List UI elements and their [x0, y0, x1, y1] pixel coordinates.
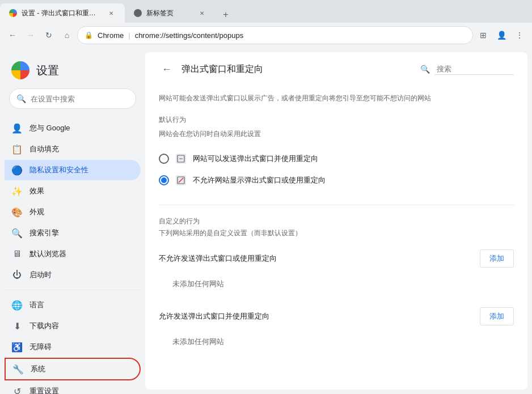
- tab-newtab[interactable]: 新标签页 ✕: [125, 3, 216, 23]
- panel-search-input[interactable]: [434, 63, 514, 75]
- sidebar-item-search[interactable]: 🔍 搜索引擎: [5, 223, 141, 243]
- sidebar-item-autofill[interactable]: 📋 自动填充: [5, 139, 141, 159]
- sidebar-label-google: 您与 Google: [29, 123, 70, 133]
- radio-allow-outer: [159, 154, 169, 164]
- sidebar-label-appearance: 外观: [29, 207, 44, 217]
- shield-icon: 🔵: [11, 164, 23, 176]
- wrench-icon: 🔧: [12, 363, 24, 375]
- sidebar-label-privacy: 隐私设置和安全性: [29, 165, 88, 175]
- allowed-empty: 未添加任何网站: [159, 332, 514, 351]
- radio-group: 网站可以发送弹出式窗口并使用重定向 不允许网站: [159, 148, 514, 191]
- sidebar-item-privacy[interactable]: 🔵 隐私设置和安全性: [5, 160, 141, 180]
- radio-block-outer: [159, 175, 169, 185]
- menu-button[interactable]: ⋮: [512, 27, 527, 43]
- settings-header: 设置: [5, 57, 141, 84]
- default-behavior-sublabel: 网站会在您访问时自动采用此设置: [159, 129, 514, 139]
- blocked-title: 不允许发送弹出式窗口或使用重定向: [159, 253, 277, 264]
- radio-block[interactable]: 不允许网站显示弹出式窗口或使用重定向: [159, 170, 514, 191]
- language-icon: 🌐: [11, 299, 23, 311]
- person-icon: 👤: [11, 122, 23, 134]
- home-button[interactable]: ⌂: [59, 27, 75, 43]
- search-icon: 🔍: [16, 94, 26, 103]
- sidebar: 设置 🔍 👤 您与 Google 📋 自动填充 🔵 隐私设置和安全性 ✨: [0, 48, 145, 394]
- accessibility-icon: ♿: [11, 341, 23, 353]
- chrome-logo: [11, 61, 29, 79]
- address-brand: Chrome: [98, 31, 124, 40]
- panel-title: 弹出式窗口和重定向: [181, 63, 413, 75]
- browser-frame: 设置 - 弹出式窗口和重定向 ✕ 新标签页 ✕ + ← → ↻ ⌂ 🔒 Chro…: [0, 0, 532, 394]
- sidebar-item-startup[interactable]: ⏻ 启动时: [5, 265, 141, 285]
- sidebar-item-downloads[interactable]: ⬇ 下载内容: [5, 316, 141, 336]
- sidebar-item-accessibility[interactable]: ♿ 无障碍: [5, 337, 141, 357]
- blocked-header: 不允许发送弹出式窗口或使用重定向 添加: [159, 249, 514, 268]
- tab-settings[interactable]: 设置 - 弹出式窗口和重定向 ✕: [0, 3, 125, 23]
- panel-content: 网站可能会发送弹出式窗口以展示广告，或者使用重定向将您引导至您可能不想访问的网站…: [145, 86, 527, 379]
- custom-behavior-section: 自定义的行为 下列网站采用的是自定义设置（而非默认设置） 不允许发送弹出式窗口或…: [159, 217, 514, 351]
- sidebar-item-effects[interactable]: ✨ 效果: [5, 181, 141, 201]
- allowed-section: 允许发送弹出式窗口并使用重定向 添加 未添加任何网站: [159, 307, 514, 351]
- sidebar-item-system[interactable]: 🔧 系统: [5, 358, 141, 380]
- tab-bar: 设置 - 弹出式窗口和重定向 ✕ 新标签页 ✕ +: [0, 0, 532, 23]
- tab-settings-title: 设置 - 弹出式窗口和重定向: [22, 9, 102, 18]
- radio-allow[interactable]: 网站可以发送弹出式窗口并使用重定向: [159, 148, 514, 170]
- sidebar-item-google[interactable]: 👤 您与 Google: [5, 118, 141, 138]
- settings-favicon: [9, 9, 17, 17]
- sidebar-label-startup: 启动时: [29, 270, 52, 280]
- sidebar-search-input[interactable]: [31, 95, 129, 103]
- popup-allow-icon: [176, 154, 186, 164]
- sidebar-label-search: 搜索引擎: [29, 228, 59, 238]
- address-separator: |: [128, 31, 130, 40]
- back-button[interactable]: ←: [5, 27, 20, 43]
- allowed-add-button[interactable]: 添加: [480, 307, 514, 325]
- allowed-header: 允许发送弹出式窗口并使用重定向 添加: [159, 307, 514, 325]
- custom-behavior-title: 自定义的行为: [159, 217, 514, 226]
- panel-back-button[interactable]: ←: [159, 61, 175, 77]
- sidebar-label-system: 系统: [31, 364, 45, 374]
- settings-title: 设置: [36, 63, 59, 78]
- search-engine-icon: 🔍: [11, 227, 23, 239]
- autofill-icon: 📋: [11, 143, 23, 155]
- sidebar-label-downloads: 下载内容: [29, 321, 59, 331]
- sidebar-item-reset[interactable]: ↺ 重置设置: [5, 381, 141, 394]
- sidebar-item-language[interactable]: 🌐 语言: [5, 295, 141, 315]
- section-divider: [159, 205, 514, 205]
- sidebar-label-autofill: 自动填充: [29, 144, 59, 154]
- custom-behavior-sublabel: 下列网站采用的是自定义设置（而非默认设置）: [159, 228, 514, 238]
- browser-icon: 🖥: [11, 248, 23, 260]
- blocked-add-button[interactable]: 添加: [480, 249, 514, 268]
- sidebar-divider: [5, 290, 141, 290]
- sidebar-label-reset: 重置设置: [29, 386, 59, 394]
- reload-button[interactable]: ↻: [41, 27, 57, 43]
- blocked-empty: 未添加任何网站: [159, 274, 514, 294]
- power-icon: ⏻: [11, 269, 23, 281]
- sidebar-label-effects: 效果: [29, 186, 44, 196]
- tab-newtab-close[interactable]: ✕: [197, 9, 206, 18]
- tab-settings-close[interactable]: ✕: [107, 9, 116, 18]
- sidebar-label-browser: 默认浏览器: [29, 249, 66, 259]
- extensions-button[interactable]: ⊞: [475, 27, 491, 43]
- profile-button[interactable]: 👤: [493, 27, 509, 43]
- new-tab-button[interactable]: +: [218, 7, 234, 23]
- sidebar-label-accessibility: 无障碍: [29, 342, 52, 352]
- download-icon: ⬇: [11, 320, 23, 332]
- forward-button[interactable]: →: [23, 27, 39, 43]
- effects-icon: ✨: [11, 185, 23, 197]
- toolbar: ← → ↻ ⌂ 🔒 Chrome | chrome://settings/con…: [0, 23, 532, 48]
- sidebar-item-appearance[interactable]: 🎨 外观: [5, 202, 141, 222]
- palette-icon: 🎨: [11, 206, 23, 218]
- default-behavior-label: 默认行为: [159, 115, 514, 125]
- address-bar[interactable]: 🔒 Chrome | chrome://settings/content/pop…: [77, 26, 473, 44]
- panel-search-icon: 🔍: [420, 65, 430, 74]
- sidebar-search-bar[interactable]: 🔍: [9, 88, 136, 109]
- radio-block-inner: [161, 177, 167, 183]
- radio-block-text: 不允许网站显示弹出式窗口或使用重定向: [193, 175, 326, 185]
- sidebar-item-browser[interactable]: 🖥 默认浏览器: [5, 244, 141, 264]
- address-url: chrome://settings/content/popups: [135, 31, 244, 40]
- lock-icon: 🔒: [85, 31, 93, 39]
- allowed-title: 允许发送弹出式窗口并使用重定向: [159, 311, 269, 321]
- main-content: 设置 🔍 👤 您与 Google 📋 自动填充 🔵 隐私设置和安全性 ✨: [0, 48, 532, 394]
- panel-description: 网站可能会发送弹出式窗口以展示广告，或者使用重定向将您引导至您可能不想访问的网站: [159, 86, 514, 115]
- svg-line-5: [179, 178, 183, 183]
- panel-header: ← 弹出式窗口和重定向 🔍: [145, 52, 527, 86]
- tab-newtab-title: 新标签页: [146, 9, 193, 18]
